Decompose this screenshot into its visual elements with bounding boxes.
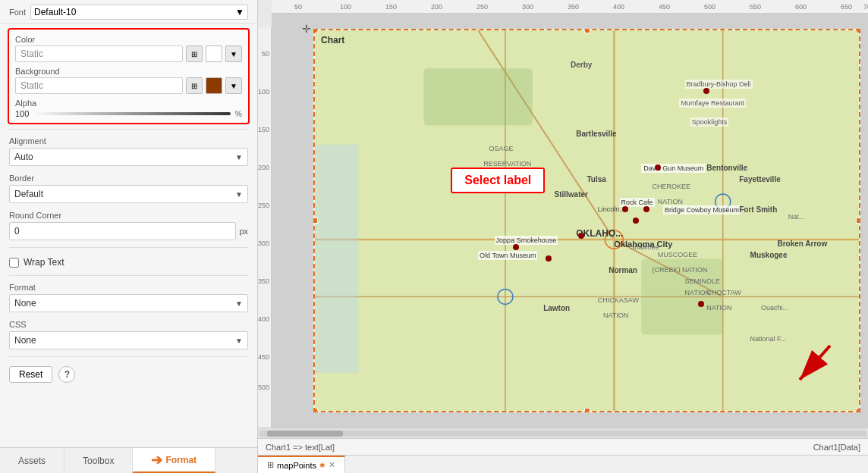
map-label-davis: Davis Gun Museum — [641, 164, 706, 173]
color-swatch[interactable] — [206, 45, 222, 62]
ruler-top-350: 350 — [568, 3, 579, 11]
css-arrow: ▼ — [235, 337, 243, 345]
color-picker-icon[interactable]: ⊞ — [186, 45, 203, 62]
map-dot-8 — [703, 88, 709, 94]
tab-format-label: Format — [165, 455, 197, 465]
map-label-chickasaw: CHICKASAW — [598, 296, 639, 304]
ruler-left-100: 100 — [258, 88, 269, 96]
handle-middle-right[interactable] — [856, 218, 860, 224]
handle-bottom-right[interactable] — [856, 408, 860, 412]
map-dot-2 — [643, 206, 649, 212]
alpha-slider[interactable] — [33, 112, 231, 115]
reset-button[interactable]: Reset — [9, 366, 52, 383]
ruler-top-650: 650 — [841, 3, 852, 11]
handle-top-center[interactable] — [584, 29, 590, 33]
select-label-tooltip: Select label — [451, 168, 545, 193]
ruler-left-150: 150 — [258, 126, 269, 133]
map-dot-5 — [513, 244, 519, 250]
alpha-section: Alpha 100 % — [15, 96, 242, 120]
ruler-left-200: 200 — [258, 164, 269, 171]
ruler-left-250: 250 — [258, 202, 269, 209]
map-label-derby: Derby — [571, 61, 592, 69]
font-select[interactable]: Default-10 ▼ — [30, 5, 248, 20]
ruler-top-300: 300 — [522, 3, 533, 11]
map-label-stillwater: Stillwater — [554, 190, 587, 199]
handle-bottom-left[interactable] — [313, 408, 318, 412]
handle-top-right[interactable] — [856, 29, 860, 33]
round-corner-input[interactable]: 0 — [9, 222, 236, 240]
border-section: Border Default ▼ — [0, 170, 257, 207]
background-row: Background Static ⊞ ▼ — [15, 64, 242, 96]
map-label-tulsa: Tulsa — [587, 175, 606, 183]
map-label-muskogee: Muskogee — [750, 251, 788, 259]
map-label-lawton: Lawton — [543, 304, 570, 312]
border-select[interactable]: Default ▼ — [9, 185, 248, 203]
map-label-osage: OSAGE — [489, 145, 513, 152]
round-corner-unit: px — [239, 227, 248, 236]
border-label: Border — [9, 174, 248, 183]
map-label-reservation: RESERVATION — [483, 160, 531, 168]
map-roads-svg — [315, 30, 859, 411]
sheet-tab-mappoints[interactable]: ⊞ mapPoints ✱ ✕ — [258, 456, 345, 473]
reset-row: Reset ? — [0, 360, 257, 389]
left-panel: Font Default-10 ▼ Color Static ⊞ ▼ — [0, 0, 258, 473]
color-background-alpha-box: Color Static ⊞ ▼ Background Static ⊞ — [8, 28, 250, 124]
css-value: None — [14, 335, 235, 346]
map-background: Derby Bradbury-Bishop Deli Mumfaye Resta… — [315, 30, 859, 411]
border-arrow: ▼ — [235, 190, 243, 199]
css-label: CSS — [9, 320, 248, 329]
map-label-spooklights: Spooklights — [690, 117, 729, 127]
format-arrow-icon: ➔ — [151, 452, 162, 468]
background-dropdown-arrow[interactable]: ▼ — [225, 77, 242, 94]
css-select[interactable]: None ▼ — [9, 331, 248, 349]
alignment-value: Auto — [14, 152, 235, 162]
map-label-bradbury: Bradbury-Bishop Deli — [685, 80, 753, 89]
ruler-top-200: 200 — [431, 3, 442, 11]
format-select[interactable]: None ▼ — [9, 294, 248, 312]
handle-bottom-center[interactable] — [584, 408, 590, 412]
wrap-text-checkbox[interactable] — [9, 258, 19, 268]
sheet-tab-close[interactable]: ✕ — [329, 460, 335, 470]
sheet-tabs: ⊞ mapPoints ✱ ✕ — [258, 455, 868, 473]
map-label-bentonville: Bentonville — [706, 164, 747, 172]
ruler-left-500: 500 — [258, 384, 269, 391]
map-label-cherokee: CHEROKEE — [653, 183, 691, 190]
scrollbar-track — [259, 431, 866, 437]
font-value: Default-10 — [34, 7, 76, 17]
ruler-left-400: 400 — [258, 315, 269, 323]
map-chart[interactable]: Chart — [313, 29, 860, 412]
background-picker-icon[interactable]: ⊞ — [186, 77, 203, 94]
horizontal-scrollbar[interactable] — [258, 428, 868, 438]
font-dropdown-arrow[interactable]: ▼ — [235, 7, 244, 17]
ruler-top-600: 600 — [795, 3, 807, 11]
bottom-tabs: Assets Toolbox ➔ Format — [0, 447, 257, 473]
tab-toolbox[interactable]: Toolbox — [64, 448, 133, 473]
map-label-cowboy: Cowboy Museum — [685, 205, 741, 215]
alpha-unit: % — [235, 110, 242, 118]
format-section: Format None ▼ — [0, 279, 257, 316]
ruler-left: 50 100 150 200 250 300 350 400 450 500 — [258, 27, 272, 428]
color-dropdown-arrow[interactable]: ▼ — [225, 45, 242, 62]
map-label-nat-abbr: Nat... — [788, 213, 805, 221]
scrollbar-thumb[interactable] — [267, 431, 343, 437]
font-label: Font — [9, 8, 26, 17]
ruler-top-100: 100 — [340, 3, 351, 11]
color-static-text: Static — [15, 45, 183, 62]
handle-top-left[interactable] — [313, 29, 318, 33]
ruler-top-50: 50 — [294, 3, 302, 11]
map-label-choctaw-nation: NATION — [706, 304, 731, 312]
tab-assets[interactable]: Assets — [0, 448, 64, 473]
font-section: Font Default-10 ▼ — [0, 0, 257, 23]
background-swatch[interactable] — [206, 77, 222, 94]
ruler-left-50: 50 — [262, 50, 269, 58]
alignment-select[interactable]: Auto ▼ — [9, 148, 248, 166]
help-button[interactable]: ? — [58, 366, 75, 383]
divider-2 — [9, 247, 248, 248]
handle-middle-left[interactable] — [313, 218, 318, 224]
status-right: Chart1[Data] — [813, 443, 860, 452]
canvas-area: 50 100 150 200 250 300 350 400 450 500 ✛ — [258, 14, 868, 428]
tab-format[interactable]: ➔ Format — [133, 448, 215, 473]
alignment-section: Alignment Auto ▼ — [0, 133, 257, 170]
map-label-joppa: Joppa Smokehouse — [495, 236, 558, 245]
format-value: None — [14, 298, 235, 309]
